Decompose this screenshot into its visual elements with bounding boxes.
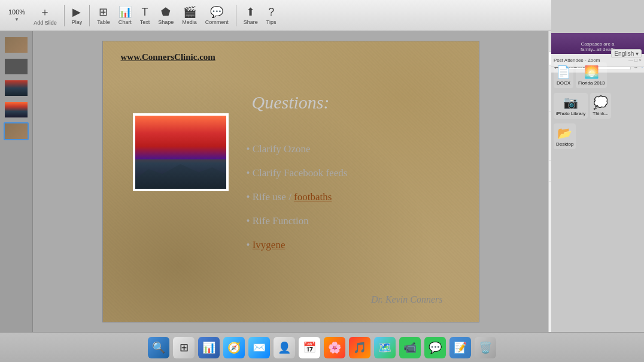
chart-label: Chart [119,19,132,25]
text-icon: T [141,6,148,19]
slide-url: www.ConnersClinic.com [121,52,215,62]
zoom-group[interactable]: 100% ▼ [5,6,29,25]
chart-icon: 📊 [119,5,132,19]
desktop-items-row-3: 📂 Desktop [554,123,642,149]
desktop-items-row-2: 📷 iPhoto Library 💭 Think... [554,93,642,119]
slide-title: Questions: [103,92,479,113]
slide-image [133,113,229,191]
florida-label: Florida 2013 [578,80,604,86]
bullet-3: Rife use / footbaths [247,191,348,203]
play-button[interactable]: ▶ Play [68,3,86,28]
iphoto-icon: 📷 [563,95,578,110]
table-button[interactable]: ⊞ Table [93,3,114,28]
slide-thumb-4[interactable] [4,101,29,119]
bullet-2: Clarify Facebook feeds [247,167,348,179]
bullet-5: Ivygene [247,239,348,251]
shape-button[interactable]: ⬟ Shape [154,3,177,28]
extra1-label: Desktop [556,141,573,147]
slide-sidebar [0,31,33,332]
share-icon: ⬆ [246,5,255,19]
desktop-item-extra1[interactable]: 📂 Desktop [554,123,576,149]
desktop-item-docx[interactable]: 📄 DOCX [554,62,573,88]
file-icons-area: Caspases are afamily...all death ⬅ ↻ + P… [551,0,644,332]
ivygene-link[interactable]: Ivygene [253,239,285,251]
tips-button[interactable]: ? Tips [263,4,280,28]
dock-item-keynote[interactable]: 📊 [198,337,220,358]
slide-thumb-2[interactable] [4,58,29,76]
dock-item-calendar[interactable]: 📅 [299,337,320,358]
dock-item-notes[interactable]: 📝 [449,337,471,358]
extra1-icon: 📂 [557,126,572,140]
dock-item-maps[interactable]: 🗺️ [374,337,396,358]
media-label: Media [182,19,197,25]
dock-item-mail[interactable]: ✉️ [248,337,270,358]
bullet-1: Clarify Ozone [247,143,348,155]
add-slide-button[interactable]: ＋ Add Slide [30,2,60,28]
desktop-item-iphoto[interactable]: 📷 iPhoto Library [554,93,588,119]
desktop-item-think[interactable]: 💭 Think... [590,93,610,119]
share-label: Share [244,19,258,25]
toolbar-divider-2 [89,5,90,26]
dock-item-launchpad[interactable]: ⊞ [173,337,195,358]
think-label: Think... [593,111,608,116]
slide-author: Dr. Kevin Conners [371,294,443,305]
bottom-dock: 🔍 ⊞ 📊 🧭 ✉️ 👤 📅 🌸 🎵 🗺️ 📹 💬 📝 🗑️ [0,332,644,362]
language-badge[interactable]: English ▾ [611,49,642,58]
zoom-label: 100% [8,8,25,16]
think-icon: 💭 [593,95,608,110]
table-icon: ⊞ [99,5,108,19]
florida-icon: 🌅 [584,65,599,79]
media-button[interactable]: 🎬 Media [178,3,201,28]
desktop-items: 📄 DOCX 🌅 Florida 2013 📷 iPhoto Library 💭… [551,60,644,152]
slide-container[interactable]: www.ConnersClinic.com Questions: Clarify… [102,41,479,322]
dock-item-photos[interactable]: 🌸 [324,337,345,358]
add-slide-icon: ＋ [40,5,50,19]
dock-item-trash[interactable]: 🗑️ [475,337,496,358]
language-arrow: ▾ [636,50,639,57]
language-text: English [614,50,634,57]
window-thumb-text: Caspases are afamily...all death [581,41,615,52]
slide-thumb-5[interactable] [4,122,29,140]
chart-button[interactable]: 📊 Chart [115,3,135,28]
comment-icon: 💬 [210,5,223,19]
footbaths-link[interactable]: footbaths [294,191,332,203]
desktop-item-florida[interactable]: 🌅 Florida 2013 [576,62,607,88]
shape-icon: ⬟ [161,5,171,19]
docx-label: DOCX [557,80,570,86]
docx-icon: 📄 [556,65,571,79]
dock-item-contacts[interactable]: 👤 [274,337,295,358]
dock-item-itunes[interactable]: 🎵 [349,337,370,358]
iphoto-label: iPhoto Library [556,111,585,116]
share-button[interactable]: ⬆ Share [240,3,262,28]
zoom-dropdown-icon: ▼ [14,17,19,22]
dock-item-finder[interactable]: 🔍 [148,337,169,358]
slide-thumb-1[interactable] [4,36,29,54]
shape-label: Shape [158,19,174,25]
text-button[interactable]: T Text [136,4,154,28]
slide-image-mountains [135,156,226,189]
slide-area: www.ConnersClinic.com Questions: Clarify… [33,31,548,332]
slide-thumb-3[interactable] [4,79,29,97]
comment-label: Comment [205,19,229,25]
bullet-4: Rife Function [247,215,348,227]
add-slide-label: Add Slide [34,20,57,26]
table-label: Table [97,19,110,25]
media-icon: 🎬 [183,5,196,19]
desktop-items-row: 📄 DOCX 🌅 Florida 2013 [554,62,642,88]
dock-item-safari[interactable]: 🧭 [223,337,245,358]
main-area: www.ConnersClinic.com Questions: Clarify… [0,31,644,332]
comment-button[interactable]: 💬 Comment [202,3,232,28]
tips-label: Tips [266,19,277,25]
text-label: Text [140,19,150,25]
toolbar-divider-1 [64,5,65,26]
toolbar: 100% ▼ ＋ Add Slide ▶ Play ⊞ Table 📊 Char… [0,0,644,31]
slide-bullets: Clarify Ozone Clarify Facebook feeds Rif… [247,143,348,263]
play-icon: ▶ [72,5,81,19]
dock-item-messages[interactable]: 💬 [424,337,446,358]
toolbar-divider-3 [236,5,236,26]
dock-item-facetime[interactable]: 📹 [399,337,421,358]
tips-icon: ? [268,6,274,19]
play-label: Play [72,19,83,25]
